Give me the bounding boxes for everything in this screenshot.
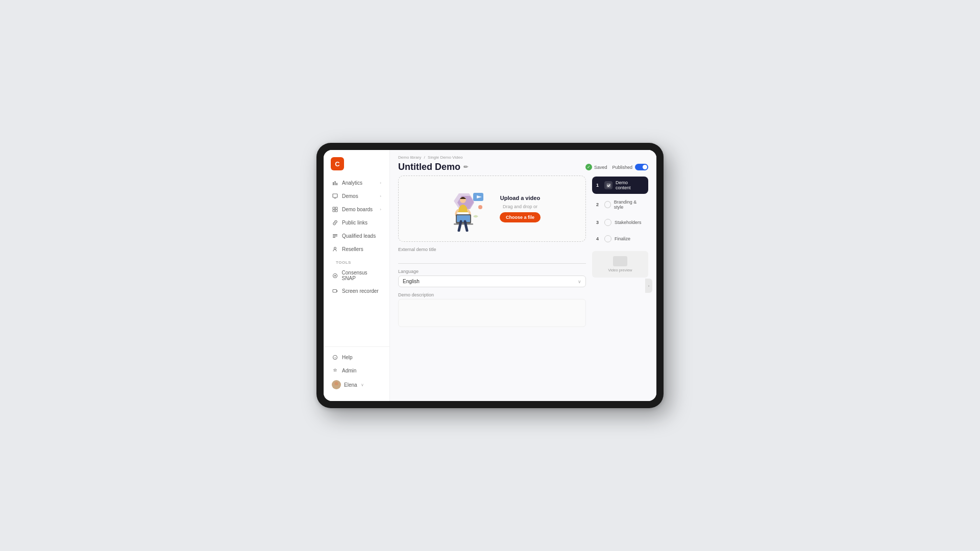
svg-rect-15 [333,290,337,293]
demo-description-input[interactable] [398,299,586,327]
demo-boards-label: Demo boards [342,207,373,212]
content-body: Upload a video Drag and drop or Choose a… [390,176,656,401]
svg-rect-5 [333,207,335,209]
screen-recorder-label: Screen recorder [342,288,379,294]
demo-description-label: Demo description [398,292,586,297]
page-title-row: Untitled Demo ✏ ✓ Saved Published [398,162,648,172]
upload-text-area: Upload a video Drag and drop or Choose a… [500,195,541,222]
language-select-chevron-icon: ∨ [578,279,581,284]
analytics-label: Analytics [342,180,362,186]
step-4-finalize[interactable]: 4 Finalize [592,232,648,246]
help-icon: ? [332,354,338,361]
tablet-frame: C Analytics › Demos › [316,143,664,408]
svg-rect-2 [336,183,337,186]
demos-icon [332,193,338,199]
upload-illustration [444,186,489,232]
consensus-snap-label: Consensus SNAP [342,270,381,281]
step-1-demo-content[interactable]: 1 Demo content [592,177,648,194]
form-area: Upload a video Drag and drop or Choose a… [398,176,586,396]
sidebar-item-public-links[interactable]: Public links [328,216,385,229]
svg-rect-4 [334,198,336,198]
step-2-branding-style[interactable]: 2 Branding & style [592,196,648,213]
step-4-num: 4 [596,236,601,241]
svg-point-27 [478,205,482,209]
external-demo-title-field: External demo title [398,247,586,264]
upload-subtitle: Drag and drop or [503,204,537,209]
published-label: Published [612,165,632,170]
external-demo-title-label: External demo title [398,247,586,252]
sidebar-bottom: ? Help Admin Elena ∨ [324,346,389,396]
svg-rect-24 [454,223,473,225]
resellers-icon [332,246,338,253]
sidebar-item-resellers[interactable]: Resellers [328,243,385,256]
sidebar-item-demo-boards[interactable]: Demo boards › [328,203,385,216]
public-links-label: Public links [342,220,368,226]
published-toggle[interactable] [635,164,648,170]
language-select[interactable]: English ∨ [398,276,586,287]
user-menu[interactable]: Elena ∨ [328,378,385,392]
user-chevron-icon: ∨ [361,383,364,387]
panel-collapse-arrow[interactable]: › [645,279,652,293]
header-actions: ✓ Saved Published [585,164,648,170]
steps-panel: 1 Demo content 2 Branding & style [592,176,648,396]
svg-rect-3 [333,194,337,197]
sidebar: C Analytics › Demos › [324,150,390,401]
logo-icon: C [331,157,344,170]
tablet-screen: C Analytics › Demos › [324,150,656,401]
published-badge: Published [612,164,648,170]
logo-area: C [324,157,389,177]
saved-label: Saved [594,165,607,170]
step-3-stakeholders[interactable]: 3 Stakeholders [592,215,648,230]
external-demo-title-input[interactable] [398,254,586,264]
sidebar-item-demos[interactable]: Demos › [328,190,385,203]
public-links-icon [332,219,338,226]
sidebar-item-screen-recorder[interactable]: Screen recorder [328,285,385,297]
screen-recorder-icon [332,288,338,294]
svg-rect-0 [333,182,334,185]
choose-file-button[interactable]: Choose a file [500,212,541,222]
edit-title-icon[interactable]: ✏ [463,164,468,170]
step-1-icon [604,181,612,189]
language-value: English [403,279,420,284]
breadcrumb-sep: / [424,155,425,160]
admin-label: Admin [342,368,356,373]
svg-rect-9 [333,234,337,235]
breadcrumb-part1: Demo library [398,155,421,160]
admin-icon [332,367,338,374]
demo-boards-chevron: › [380,207,381,212]
step-2-label: Branding & style [614,199,644,210]
svg-rect-10 [333,236,337,237]
svg-point-14 [334,275,336,277]
content-header: Demo library / Single Demo Video Untitle… [390,150,656,176]
demo-boards-icon [332,206,338,213]
main-content: Demo library / Single Demo Video Untitle… [390,150,656,401]
qualified-leads-icon [332,233,338,239]
video-preview-thumbnail [613,256,627,266]
svg-rect-6 [335,207,337,209]
svg-rect-8 [335,210,337,212]
svg-point-12 [334,247,336,249]
resellers-label: Resellers [342,246,363,252]
demos-label: Demos [342,193,358,199]
video-preview-box: Video preview [592,251,648,278]
sidebar-item-analytics[interactable]: Analytics › [328,177,385,189]
user-avatar [332,380,341,389]
tools-section-label: TOOLS [328,256,385,266]
sidebar-item-consensus-snap[interactable]: Consensus SNAP [328,267,385,284]
step-2-num: 2 [596,202,601,207]
help-item[interactable]: ? Help [328,351,385,364]
step-3-num: 3 [596,220,601,225]
page-title: Untitled Demo ✏ [398,162,468,172]
svg-rect-11 [333,237,335,238]
video-preview-label: Video preview [608,268,632,272]
admin-item[interactable]: Admin [328,364,385,377]
qualified-leads-label: Qualified leads [342,233,376,239]
saved-check-icon: ✓ [585,164,592,170]
step-4-circle [604,235,611,242]
demos-chevron: › [380,194,381,198]
breadcrumb-part2: Single Demo Video [428,155,462,160]
sidebar-nav: Analytics › Demos › Demo boards › [324,177,389,346]
sidebar-item-qualified-leads[interactable]: Qualified leads [328,230,385,242]
step-1-label: Demo content [616,180,644,190]
upload-zone[interactable]: Upload a video Drag and drop or Choose a… [398,176,586,242]
